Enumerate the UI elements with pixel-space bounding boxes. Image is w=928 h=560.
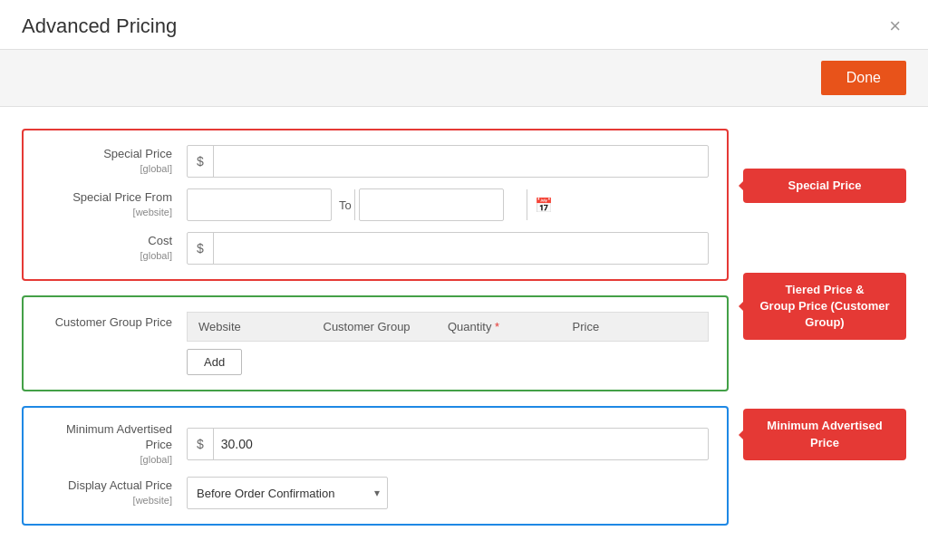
date-to-input[interactable] <box>360 198 527 212</box>
display-actual-price-label: Display Actual Price [website] <box>42 478 187 507</box>
cost-prefix: $ <box>188 233 214 264</box>
calendar-to-icon[interactable]: 📅 <box>527 189 560 220</box>
date-range: 📅 To 📅 <box>187 188 709 221</box>
map-label: Minimum Advertised Price [global] <box>42 422 187 466</box>
advanced-pricing-dialog: Advanced Pricing × Done Special Price [g… <box>0 0 928 560</box>
cost-row: Cost [global] $ <box>42 232 709 265</box>
right-tooltips: Special Price Tiered Price &Group Price … <box>743 129 906 546</box>
map-input-wrap: $ <box>187 428 709 460</box>
special-price-row: Special Price [global] $ <box>42 145 709 178</box>
customer-group-table-area: Website Customer Group Quantity * Price … <box>187 312 709 375</box>
cost-input-wrap: $ <box>187 232 709 265</box>
display-actual-price-select[interactable]: Before Order Confirmation In Cart On Ges… <box>188 487 387 500</box>
close-button[interactable]: × <box>884 14 906 38</box>
dialog-body: Special Price [global] $ Special Price F… <box>0 107 928 560</box>
cg-table-header: Website Customer Group Quantity * Price <box>187 312 709 342</box>
cost-input[interactable] <box>214 241 708 256</box>
special-price-from-row: Special Price From [website] 📅 To 📅 <box>42 188 709 221</box>
special-price-from-label: Special Price From [website] <box>42 190 187 218</box>
customer-group-label: Customer Group Price <box>42 312 172 329</box>
special-price-prefix: $ <box>188 146 214 177</box>
special-price-tooltip: Special Price <box>743 169 906 203</box>
customer-group-panel: Customer Group Price Website Customer Gr… <box>22 295 729 391</box>
special-price-label: Special Price [global] <box>42 147 187 175</box>
map-panel: Minimum Advertised Price [global] $ Disp… <box>22 406 729 526</box>
cost-label: Cost [global] <box>42 234 187 262</box>
map-prefix: $ <box>188 429 214 459</box>
special-price-input[interactable] <box>214 154 708 169</box>
special-price-panel: Special Price [global] $ Special Price F… <box>22 129 729 281</box>
tiered-price-tooltip: Tiered Price &Group Price (Customer Grou… <box>743 273 906 341</box>
map-tooltip: Minimum Advertised Price <box>743 409 906 459</box>
display-actual-price-row: Display Actual Price [website] Before Or… <box>42 477 709 509</box>
to-label: To <box>339 198 352 212</box>
col-price: Price <box>573 320 698 333</box>
date-to-wrap: 📅 <box>359 188 504 221</box>
date-from-wrap: 📅 <box>187 188 332 221</box>
dialog-header: Advanced Pricing × <box>0 0 928 50</box>
add-customer-group-button[interactable]: Add <box>187 349 242 375</box>
date-from-input[interactable] <box>188 198 354 212</box>
col-website: Website <box>198 320 324 333</box>
col-quantity: Quantity * <box>448 320 573 333</box>
done-button[interactable]: Done <box>821 61 906 95</box>
required-star: * <box>495 320 499 333</box>
left-panels: Special Price [global] $ Special Price F… <box>22 129 729 546</box>
toolbar: Done <box>0 50 928 107</box>
dialog-title: Advanced Pricing <box>22 14 177 38</box>
customer-group-section: Customer Group Price Website Customer Gr… <box>42 312 709 375</box>
special-price-input-wrap: $ <box>187 145 709 178</box>
display-actual-price-select-wrap: Before Order Confirmation In Cart On Ges… <box>187 477 388 509</box>
map-row: Minimum Advertised Price [global] $ <box>42 422 709 466</box>
col-customer-group: Customer Group <box>324 320 449 333</box>
map-input[interactable] <box>214 437 708 451</box>
